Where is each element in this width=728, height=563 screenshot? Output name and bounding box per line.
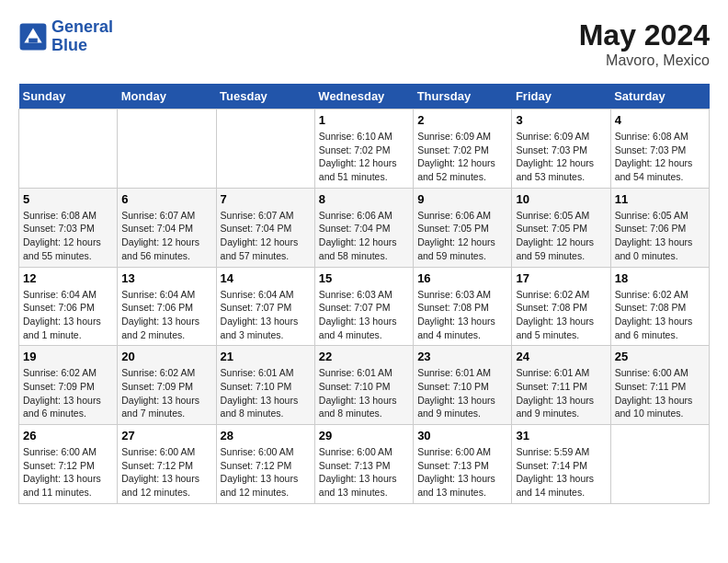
day-cell-7: 7Sunrise: 6:07 AMSunset: 7:04 PMDaylight… [216,188,314,267]
logo-icon [18,22,48,52]
day-info: Sunrise: 6:01 AMSunset: 7:11 PMDaylight:… [516,366,606,420]
day-info: Sunrise: 6:00 AMSunset: 7:12 PMDaylight:… [121,445,211,500]
logo-text: General Blue [51,18,113,55]
day-cell-23: 23Sunrise: 6:01 AMSunset: 7:10 PMDayligh… [414,346,512,425]
day-cell-20: 20Sunrise: 6:02 AMSunset: 7:09 PMDayligh… [118,346,216,425]
day-header-sunday: Sunday [19,84,118,109]
day-cell-11: 11Sunrise: 6:05 AMSunset: 7:06 PMDayligh… [610,188,709,267]
day-cell-16: 16Sunrise: 6:03 AMSunset: 7:08 PMDayligh… [414,267,512,346]
day-cell-15: 15Sunrise: 6:03 AMSunset: 7:07 PMDayligh… [314,267,413,346]
day-info: Sunrise: 6:02 AMSunset: 7:09 PMDaylight:… [23,366,113,420]
day-info: Sunrise: 6:00 AMSunset: 7:11 PMDaylight:… [615,366,705,420]
day-cell-30: 30Sunrise: 6:00 AMSunset: 7:13 PMDayligh… [414,425,512,504]
day-number: 29 [319,429,409,442]
week-row-5: 26Sunrise: 6:00 AMSunset: 7:12 PMDayligh… [19,425,710,504]
day-cell-18: 18Sunrise: 6:02 AMSunset: 7:08 PMDayligh… [610,267,709,346]
day-cell-3: 3Sunrise: 6:09 AMSunset: 7:03 PMDaylight… [512,109,610,189]
calendar-table: SundayMondayTuesdayWednesdayThursdayFrid… [18,84,710,504]
day-number: 18 [615,271,705,285]
day-number: 25 [615,350,705,363]
day-cell-1: 1Sunrise: 6:10 AMSunset: 7:02 PMDaylight… [314,109,413,189]
day-number: 24 [516,350,606,363]
day-info: Sunrise: 6:04 AMSunset: 7:07 PMDaylight:… [221,288,311,342]
day-info: Sunrise: 6:04 AMSunset: 7:06 PMDaylight:… [23,288,113,342]
empty-cell [118,109,216,189]
empty-cell [19,109,118,189]
day-info: Sunrise: 6:00 AMSunset: 7:12 PMDaylight:… [23,445,113,500]
day-cell-26: 26Sunrise: 6:00 AMSunset: 7:12 PMDayligh… [19,425,118,504]
day-header-monday: Monday [118,84,216,109]
empty-cell [216,109,314,189]
day-number: 20 [121,350,211,363]
day-info: Sunrise: 6:07 AMSunset: 7:04 PMDaylight:… [121,209,211,263]
day-info: Sunrise: 6:01 AMSunset: 7:10 PMDaylight:… [221,366,311,420]
day-number: 9 [417,192,507,206]
day-info: Sunrise: 6:06 AMSunset: 7:05 PMDaylight:… [417,209,507,263]
day-cell-24: 24Sunrise: 6:01 AMSunset: 7:11 PMDayligh… [512,346,610,425]
day-number: 6 [121,192,211,206]
day-info: Sunrise: 6:05 AMSunset: 7:05 PMDaylight:… [516,209,606,263]
days-of-week-row: SundayMondayTuesdayWednesdayThursdayFrid… [19,84,710,109]
day-cell-28: 28Sunrise: 6:00 AMSunset: 7:12 PMDayligh… [216,425,314,504]
day-info: Sunrise: 6:03 AMSunset: 7:07 PMDaylight:… [319,288,409,342]
day-number: 17 [516,271,606,285]
day-info: Sunrise: 6:08 AMSunset: 7:03 PMDaylight:… [23,209,113,263]
calendar-title: May 2024 [579,18,710,52]
day-header-thursday: Thursday [414,84,512,109]
day-number: 14 [221,271,311,285]
day-header-saturday: Saturday [610,84,709,109]
title-block: May 2024 Mavoro, Mexico [579,18,710,69]
day-cell-8: 8Sunrise: 6:06 AMSunset: 7:04 PMDaylight… [314,188,413,267]
day-header-wednesday: Wednesday [314,84,413,109]
day-number: 2 [417,113,507,127]
day-info: Sunrise: 6:09 AMSunset: 7:02 PMDaylight:… [417,130,507,184]
day-info: Sunrise: 6:08 AMSunset: 7:03 PMDaylight:… [615,130,705,184]
day-number: 10 [516,192,606,206]
day-number: 21 [221,350,311,363]
day-info: Sunrise: 6:06 AMSunset: 7:04 PMDaylight:… [319,209,409,263]
day-number: 16 [417,271,507,285]
day-cell-12: 12Sunrise: 6:04 AMSunset: 7:06 PMDayligh… [19,267,118,346]
day-number: 15 [319,271,409,285]
day-number: 13 [121,271,211,285]
day-number: 5 [23,192,113,206]
day-info: Sunrise: 6:01 AMSunset: 7:10 PMDaylight:… [319,366,409,420]
day-number: 27 [121,429,211,442]
day-cell-5: 5Sunrise: 6:08 AMSunset: 7:03 PMDaylight… [19,188,118,267]
day-cell-22: 22Sunrise: 6:01 AMSunset: 7:10 PMDayligh… [314,346,413,425]
day-info: Sunrise: 5:59 AMSunset: 7:14 PMDaylight:… [516,445,606,500]
day-info: Sunrise: 6:02 AMSunset: 7:08 PMDaylight:… [615,288,705,342]
day-number: 12 [23,271,113,285]
day-number: 26 [23,429,113,442]
day-cell-13: 13Sunrise: 6:04 AMSunset: 7:06 PMDayligh… [118,267,216,346]
day-info: Sunrise: 6:05 AMSunset: 7:06 PMDaylight:… [615,209,705,263]
day-header-friday: Friday [512,84,610,109]
week-row-3: 12Sunrise: 6:04 AMSunset: 7:06 PMDayligh… [19,267,710,346]
day-cell-29: 29Sunrise: 6:00 AMSunset: 7:13 PMDayligh… [314,425,413,504]
day-number: 31 [516,429,606,442]
day-number: 11 [615,192,705,206]
day-number: 4 [615,113,705,127]
page-header: General Blue May 2024 Mavoro, Mexico [18,18,710,69]
empty-cell [610,425,709,504]
logo-blue: Blue [51,37,113,55]
day-cell-6: 6Sunrise: 6:07 AMSunset: 7:04 PMDaylight… [118,188,216,267]
day-cell-17: 17Sunrise: 6:02 AMSunset: 7:08 PMDayligh… [512,267,610,346]
logo: General Blue [18,18,113,55]
day-number: 3 [516,113,606,127]
calendar-subtitle: Mavoro, Mexico [579,52,710,69]
day-info: Sunrise: 6:00 AMSunset: 7:13 PMDaylight:… [417,445,507,500]
week-row-1: 1Sunrise: 6:10 AMSunset: 7:02 PMDaylight… [19,109,710,189]
day-cell-21: 21Sunrise: 6:01 AMSunset: 7:10 PMDayligh… [216,346,314,425]
day-info: Sunrise: 6:03 AMSunset: 7:08 PMDaylight:… [417,288,507,342]
day-number: 23 [417,350,507,363]
calendar-header: SundayMondayTuesdayWednesdayThursdayFrid… [19,84,710,109]
week-row-4: 19Sunrise: 6:02 AMSunset: 7:09 PMDayligh… [19,346,710,425]
calendar-body: 1Sunrise: 6:10 AMSunset: 7:02 PMDaylight… [19,109,710,504]
day-info: Sunrise: 6:09 AMSunset: 7:03 PMDaylight:… [516,130,606,184]
day-info: Sunrise: 6:01 AMSunset: 7:10 PMDaylight:… [417,366,507,420]
day-cell-14: 14Sunrise: 6:04 AMSunset: 7:07 PMDayligh… [216,267,314,346]
week-row-2: 5Sunrise: 6:08 AMSunset: 7:03 PMDaylight… [19,188,710,267]
day-number: 30 [417,429,507,442]
day-cell-4: 4Sunrise: 6:08 AMSunset: 7:03 PMDaylight… [610,109,709,189]
